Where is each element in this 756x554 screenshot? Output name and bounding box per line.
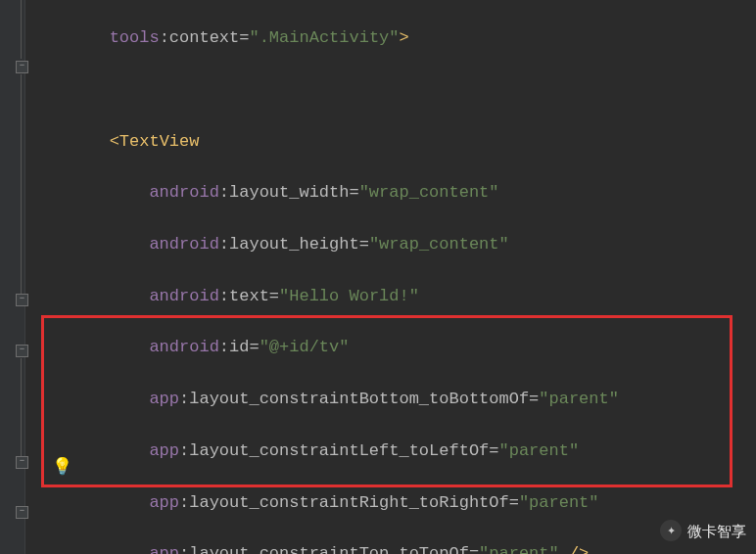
code-editor[interactable]: tools:context=".MainActivity"> <TextView… <box>0 0 756 554</box>
code-line <box>29 77 756 103</box>
fold-toggle[interactable]: − <box>16 61 28 73</box>
code-line: <TextView <box>29 129 756 155</box>
editor-gutter <box>0 0 25 554</box>
fold-toggle[interactable]: − <box>16 506 28 519</box>
code-line: android:text="Hello World!" <box>29 284 756 309</box>
watermark-text: 微卡智享 <box>687 520 746 542</box>
wechat-icon: ✦ <box>660 520 682 541</box>
code-line: app:layout_constraintBottom_toBottomOf="… <box>29 387 756 412</box>
fold-toggle[interactable]: − <box>16 345 28 357</box>
fold-guide <box>21 0 22 59</box>
code-line: android:layout_width="wrap_content" <box>29 180 756 206</box>
code-line: android:layout_height="wrap_content" <box>29 232 756 257</box>
fold-guide <box>21 358 22 462</box>
code-line: android:id="@+id/tv" <box>29 335 756 360</box>
lightbulb-icon[interactable]: 💡 <box>52 455 72 481</box>
code-line: tools:context=".MainActivity"> <box>29 25 756 51</box>
code-line: app:layout_constraintTop_toTopOf="parent… <box>29 541 756 554</box>
fold-toggle[interactable]: − <box>16 294 28 306</box>
code-line: app:layout_constraintLeft_toLeftOf="pare… <box>29 439 756 464</box>
watermark: ✦ 微卡智享 <box>660 520 746 542</box>
code-line: app:layout_constraintRight_toRightOf="pa… <box>29 490 756 516</box>
fold-toggle[interactable]: − <box>16 456 28 469</box>
fold-guide <box>21 74 22 300</box>
